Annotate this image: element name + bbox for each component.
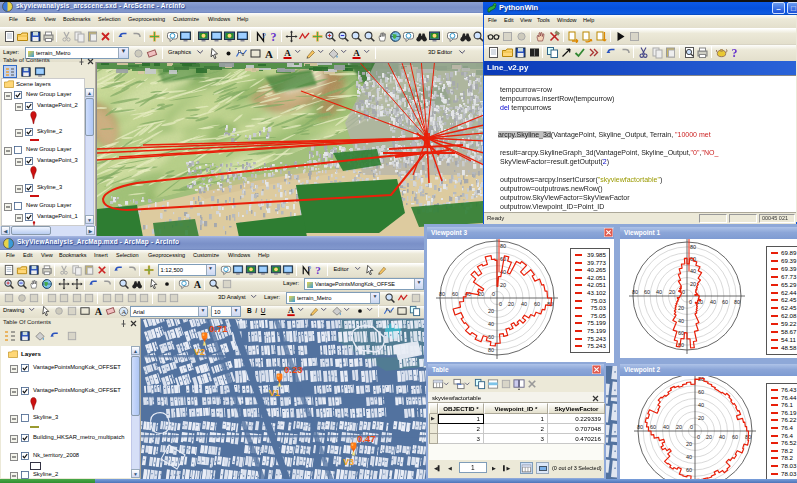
svg-text:?: ? bbox=[732, 46, 738, 59]
svg-text:40: 40 bbox=[710, 299, 716, 305]
svg-text:0: 0 bbox=[690, 424, 693, 430]
svg-text:40: 40 bbox=[521, 301, 527, 307]
svg-text:40: 40 bbox=[488, 321, 494, 327]
svg-text:60: 60 bbox=[452, 291, 458, 297]
svg-text:60: 60 bbox=[732, 434, 738, 440]
svg-text:20: 20 bbox=[698, 415, 704, 421]
svg-text:60: 60 bbox=[488, 334, 494, 340]
svg-text:?: ? bbox=[315, 264, 321, 276]
svg-text:20: 20 bbox=[669, 289, 675, 295]
svg-text:V2: V2 bbox=[194, 347, 205, 357]
svg-text:0: 0 bbox=[682, 289, 685, 295]
svg-text:60: 60 bbox=[698, 389, 704, 395]
svg-text:20: 20 bbox=[500, 282, 506, 288]
svg-text:80: 80 bbox=[547, 301, 553, 307]
svg-text:0: 0 bbox=[689, 299, 692, 305]
svg-text:A: A bbox=[193, 279, 201, 290]
svg-text:60: 60 bbox=[534, 301, 540, 307]
svg-text:80: 80 bbox=[637, 424, 643, 430]
svg-text:0.23: 0.23 bbox=[284, 364, 303, 375]
svg-text:V3: V3 bbox=[343, 457, 354, 467]
svg-text:40: 40 bbox=[686, 454, 692, 460]
svg-text:80: 80 bbox=[500, 243, 506, 249]
svg-text:40: 40 bbox=[678, 318, 684, 324]
svg-text:A: A bbox=[284, 48, 291, 58]
svg-text:60: 60 bbox=[722, 299, 728, 305]
svg-text:80: 80 bbox=[632, 289, 638, 295]
svg-text:20: 20 bbox=[690, 281, 696, 287]
svg-text:0.47: 0.47 bbox=[357, 433, 376, 444]
svg-text:60: 60 bbox=[686, 467, 692, 473]
svg-text:40: 40 bbox=[663, 424, 669, 430]
svg-text:A: A bbox=[121, 308, 126, 315]
svg-text:20: 20 bbox=[508, 301, 514, 307]
svg-text:20: 20 bbox=[686, 441, 692, 447]
svg-text:20: 20 bbox=[676, 424, 682, 430]
svg-text:?: ? bbox=[271, 30, 277, 43]
svg-text:A: A bbox=[95, 306, 103, 317]
svg-text:80: 80 bbox=[488, 347, 494, 353]
svg-text:0.71: 0.71 bbox=[209, 323, 228, 334]
svg-text:60: 60 bbox=[650, 424, 656, 430]
svg-text:0: 0 bbox=[697, 434, 700, 440]
svg-text:20: 20 bbox=[706, 434, 712, 440]
svg-text:20: 20 bbox=[678, 305, 684, 311]
svg-text:A: A bbox=[288, 306, 294, 315]
svg-text:?: ? bbox=[307, 265, 311, 272]
svg-text:?: ? bbox=[262, 32, 266, 39]
svg-text:40: 40 bbox=[690, 268, 696, 274]
svg-text:80: 80 bbox=[690, 244, 696, 250]
svg-text:V1: V1 bbox=[269, 388, 280, 398]
svg-text:A: A bbox=[353, 48, 360, 58]
svg-text:60: 60 bbox=[678, 330, 684, 336]
svg-text:80: 80 bbox=[439, 291, 445, 297]
svg-text:40: 40 bbox=[698, 402, 704, 408]
svg-text:20: 20 bbox=[488, 308, 494, 314]
svg-text:0: 0 bbox=[492, 291, 495, 297]
svg-text:0: 0 bbox=[499, 301, 502, 307]
svg-text:A: A bbox=[265, 48, 273, 60]
svg-text:80: 80 bbox=[734, 299, 740, 305]
svg-text:60: 60 bbox=[644, 289, 650, 295]
svg-text:40: 40 bbox=[719, 434, 725, 440]
svg-text:40: 40 bbox=[656, 289, 662, 295]
